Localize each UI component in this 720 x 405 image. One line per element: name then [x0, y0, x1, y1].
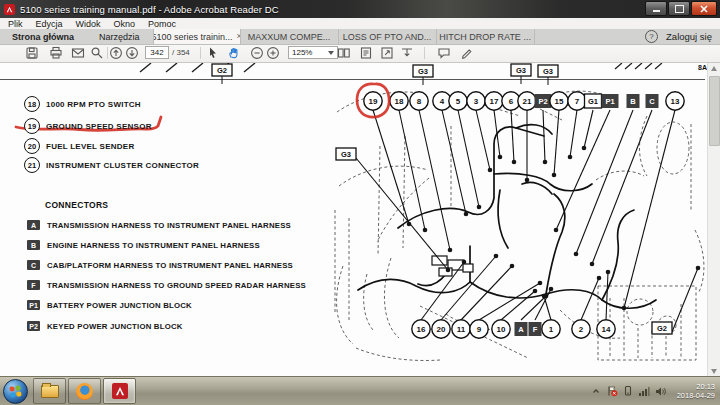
- taskbar-explorer-button[interactable]: [33, 378, 66, 404]
- comment-icon[interactable]: [437, 46, 451, 60]
- connector-code-box: A: [27, 220, 40, 230]
- page-fit-icon[interactable]: [337, 46, 351, 60]
- connector-label: TRANSMISSION HARNESS TO INSTRUMENT PANEL…: [47, 221, 291, 230]
- pen-annotate-icon[interactable]: [460, 46, 474, 60]
- connector-code-box: C: [27, 260, 40, 270]
- diagram-callout: 2: [572, 320, 590, 338]
- diagram-callout: 5: [449, 92, 467, 110]
- scrollbar-thumb[interactable]: [709, 76, 720, 146]
- previous-page-icon[interactable]: [109, 46, 123, 60]
- clock-time: 20:13: [696, 382, 715, 391]
- diagram-callout: 9: [470, 320, 488, 338]
- save-icon[interactable]: [25, 46, 39, 60]
- email-icon[interactable]: [71, 46, 85, 60]
- connector-item: CCAB/PLATFORM HARNESS TO INSTRUMENT PANE…: [27, 259, 293, 271]
- diagram-ref-box: G3: [511, 64, 531, 76]
- volume-speaker-icon[interactable]: [655, 386, 667, 397]
- svg-text:10: 10: [497, 325, 506, 334]
- taskbar-acrobat-button[interactable]: [103, 378, 136, 404]
- menu-item-edycja[interactable]: Edycja: [36, 19, 63, 29]
- adobe-reader-app-icon: [4, 4, 15, 15]
- diagram-ref-box: G3: [336, 148, 356, 160]
- diagram-callout: F: [529, 322, 542, 336]
- zoom-in-icon[interactable]: [266, 46, 280, 60]
- svg-text:2: 2: [579, 325, 584, 334]
- svg-text:4: 4: [440, 97, 445, 106]
- document-tab[interactable]: HITCH DROP RATE ...: [436, 29, 535, 44]
- connector-code-box: F: [27, 280, 40, 290]
- hand-tool-icon[interactable]: [227, 46, 241, 60]
- minimize-button[interactable]: [645, 1, 667, 16]
- callout-leader-lines: [222, 76, 700, 332]
- toolbar: / 354 125%: [0, 44, 720, 63]
- connector-label: CAB/PLATFORM HARNESS TO INSTRUMENT PANEL…: [47, 261, 293, 270]
- nav-tools[interactable]: Narzędzia: [86, 29, 153, 44]
- svg-text:20: 20: [437, 325, 446, 334]
- print-icon[interactable]: [49, 46, 63, 60]
- connectors-heading: CONNECTORS: [45, 200, 108, 210]
- page-corner-ref: 8A: [698, 64, 707, 71]
- svg-text:G1: G1: [588, 97, 598, 106]
- legend-item-label: 1000 RPM PTO SWITCH: [46, 100, 141, 109]
- system-tray: 20:13 2018-04-29: [591, 382, 720, 400]
- connector-label: BATTERY POWER JUNCTION BLOCK: [47, 301, 192, 310]
- diagram-ref-box: G2: [212, 64, 232, 76]
- connector-label: KEYED POWER JUNCTION BLOCK: [47, 322, 183, 331]
- scrolling-mode-icon[interactable]: [400, 46, 414, 60]
- connector-label: TRANSMISSION HARNESS TO GROUND SPEED RAD…: [47, 281, 306, 290]
- legend-item-number: 18: [24, 96, 40, 112]
- diagram-callout: 21: [518, 92, 536, 110]
- svg-text:5: 5: [456, 97, 461, 106]
- start-button[interactable]: [3, 379, 28, 404]
- nav-home[interactable]: Strona główna: [0, 29, 86, 44]
- close-button[interactable]: [691, 1, 717, 16]
- action-center-flag-icon[interactable]: [606, 385, 618, 397]
- select-tool-icon[interactable]: [206, 46, 220, 60]
- menu-item-okno[interactable]: Okno: [114, 19, 136, 29]
- svg-text:G2: G2: [657, 324, 667, 333]
- search-icon[interactable]: [90, 46, 104, 60]
- document-tab-label: MAXXUM COMPE...: [248, 32, 331, 42]
- zoom-level-dropdown[interactable]: 125%: [288, 46, 338, 59]
- diagram-callout: P1: [602, 94, 619, 108]
- document-tab[interactable]: 5100 series trainin...×: [153, 29, 240, 44]
- help-icon[interactable]: ?: [645, 30, 658, 43]
- svg-text:C: C: [649, 97, 655, 106]
- menu-item-pomoc[interactable]: Pomoc: [148, 19, 176, 29]
- fullscreen-icon[interactable]: [380, 46, 394, 60]
- svg-text:8: 8: [417, 97, 422, 106]
- scroll-up-icon[interactable]: [708, 62, 720, 74]
- menu-item-widok[interactable]: Widok: [76, 19, 101, 29]
- reflow-view-icon[interactable]: [359, 46, 373, 60]
- show-hidden-icons-icon[interactable]: [591, 386, 601, 396]
- legend-item-number: 20: [24, 138, 40, 154]
- legend-item-label: GROUND SPEED SENSOR: [46, 122, 152, 131]
- network-signal-icon[interactable]: [638, 386, 650, 397]
- document-tab-label: LOSS OF PTO AND...: [343, 32, 431, 42]
- diagram-callout: 10: [492, 320, 510, 338]
- legend-item: 21INSTRUMENT CLUSTER CONNECTOR: [24, 157, 199, 173]
- menu-item-plik[interactable]: Plik: [8, 19, 23, 29]
- zoom-level-value: 125%: [292, 48, 312, 57]
- device-icon[interactable]: [623, 385, 633, 397]
- windows-logo-icon: [9, 385, 21, 397]
- adobe-reader-icon: [112, 383, 128, 399]
- restore-button[interactable]: [668, 1, 690, 16]
- diagram-callout: 13: [666, 92, 684, 110]
- svg-text:19: 19: [369, 97, 378, 106]
- sign-in-link[interactable]: Zaloguj się: [666, 31, 712, 42]
- page-number-input[interactable]: [145, 46, 169, 59]
- diagram-callout: 14: [597, 320, 615, 338]
- hatch-marks-right: [615, 63, 662, 69]
- svg-text:F: F: [533, 325, 538, 334]
- document-tab[interactable]: LOSS OF PTO AND...: [338, 29, 436, 44]
- svg-text:A: A: [518, 325, 524, 334]
- next-page-icon[interactable]: [125, 46, 139, 60]
- svg-text:B: B: [630, 97, 636, 106]
- document-tab[interactable]: MAXXUM COMPE...: [240, 29, 338, 44]
- document-tab-label: HITCH DROP RATE ...: [439, 32, 531, 42]
- firefox-icon: [76, 383, 93, 400]
- zoom-out-icon[interactable]: [250, 46, 264, 60]
- taskbar-firefox-button[interactable]: [68, 378, 101, 404]
- taskbar-clock[interactable]: 20:13 2018-04-29: [672, 382, 715, 400]
